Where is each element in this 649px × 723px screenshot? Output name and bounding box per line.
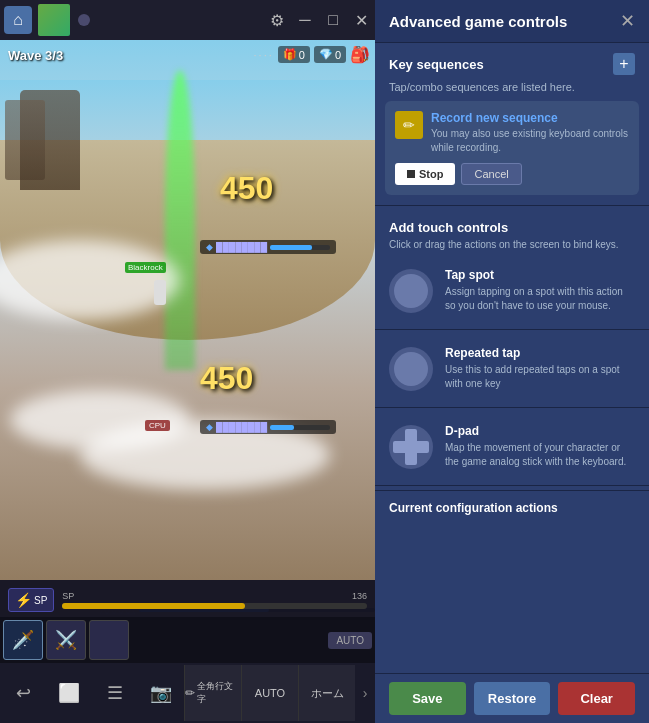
battle-number-1: 450 xyxy=(220,170,273,207)
summon-button[interactable]: ⚡ SP xyxy=(8,588,54,612)
window-controls: ⚙ ─ □ ✕ xyxy=(263,6,375,34)
repeated-tap-name: Repeated tap xyxy=(445,346,635,360)
chest-icon-2: 💎 0 xyxy=(314,46,346,63)
panel-content: Key sequences + Tap/combo sequences are … xyxy=(375,43,649,673)
tap-spot-name: Tap spot xyxy=(445,268,635,282)
maximize-button[interactable]: □ xyxy=(319,6,347,34)
nav-menu-button[interactable]: ☰ xyxy=(92,665,138,721)
tap-spot-item[interactable]: Tap spot Assign tapping on a spot with t… xyxy=(375,256,649,325)
wave-label: Wave 3/3 xyxy=(8,48,63,63)
key-sequences-subtitle: Tap/combo sequences are listed here. xyxy=(375,81,649,101)
restore-button[interactable]: Restore xyxy=(474,682,551,715)
touch-controls-desc: Click or drag the actions on the screen … xyxy=(389,238,635,252)
sp-bar-area: ⚡ SP SP 136 xyxy=(0,580,375,620)
skill-slot-3[interactable] xyxy=(89,620,129,660)
skill-slot-1[interactable]: 🗡️ xyxy=(3,620,43,660)
divider-2 xyxy=(375,329,649,330)
dpad-vertical xyxy=(405,429,417,465)
record-desc: You may also use existing keyboard contr… xyxy=(431,127,629,155)
sp-bar-bg xyxy=(62,603,367,609)
tap-spot-icon xyxy=(389,269,433,313)
top-icons: ···· 🎁 0 💎 0 🎒 xyxy=(254,45,370,64)
tap-spot-texts: Tap spot Assign tapping on a spot with t… xyxy=(445,268,635,313)
divider-1 xyxy=(375,205,649,206)
repeated-tap-texts: Repeated tap Use this to add repeated ta… xyxy=(445,346,635,391)
title-bar: ⌂ ⚙ ─ □ ✕ xyxy=(0,0,375,40)
cpu-label: CPU xyxy=(145,420,170,431)
config-section: Current configuration actions xyxy=(375,490,649,521)
game-panel: ⌂ ⚙ ─ □ ✕ Wave 3/3 ···· 🎁 0 💎 0 🎒 xyxy=(0,0,375,723)
key-sequences-title: Key sequences xyxy=(389,57,484,72)
record-texts: Record new sequence You may also use exi… xyxy=(431,111,629,155)
skill-bar: 🗡️ ⚔️ AUTO xyxy=(0,617,375,663)
nav-text-button[interactable]: ✏ 全角行文字 xyxy=(184,665,241,721)
skill-slot-2[interactable]: ⚔️ xyxy=(46,620,86,660)
action-bar: Save Restore Clear xyxy=(375,673,649,723)
close-panel-button[interactable]: ✕ xyxy=(620,12,635,30)
config-title: Current configuration actions xyxy=(389,501,635,515)
bottom-nav: ↩ ⬜ ☰ 📷 ✏ 全角行文字 AUTO ホーム › xyxy=(0,663,375,723)
nav-back-button[interactable]: ↩ xyxy=(0,665,46,721)
status-indicator xyxy=(78,14,90,26)
chest-icon-1: 🎁 0 xyxy=(278,46,310,63)
auto-button[interactable]: AUTO xyxy=(328,632,372,649)
nav-home-button[interactable]: ⬜ xyxy=(46,665,92,721)
touch-controls-title: Add touch controls xyxy=(389,220,635,235)
clear-button[interactable]: Clear xyxy=(558,682,635,715)
dpad-icon xyxy=(393,429,429,465)
game-screen[interactable]: Wave 3/3 ···· 🎁 0 💎 0 🎒 450 450 ◆ ██████ xyxy=(0,40,375,620)
record-title: Record new sequence xyxy=(431,111,629,125)
repeated-tap-circle-inner xyxy=(394,352,428,386)
stop-icon xyxy=(407,170,415,178)
settings-icon[interactable]: ⚙ xyxy=(263,6,291,34)
panel-title: Advanced game controls xyxy=(389,13,567,30)
tap-spot-circle-inner xyxy=(394,274,428,308)
record-buttons: Stop Cancel xyxy=(395,163,629,185)
dpad-desc: Map the movement of your character or th… xyxy=(445,441,635,469)
avatar xyxy=(38,4,70,36)
record-icon: ✏ xyxy=(395,111,423,139)
dpad-name: D-pad xyxy=(445,424,635,438)
right-panel: Advanced game controls ✕ Key sequences +… xyxy=(375,0,649,723)
stop-button[interactable]: Stop xyxy=(395,163,455,185)
sp-bar-container: SP 136 xyxy=(62,591,367,609)
panel-header: Advanced game controls ✕ xyxy=(375,0,649,43)
divider-3 xyxy=(375,407,649,408)
character: Blackrock xyxy=(140,280,180,340)
repeated-tap-desc: Use this to add repeated taps on a spot … xyxy=(445,363,635,391)
sp-value-label: SP 136 xyxy=(62,591,367,601)
save-button[interactable]: Save xyxy=(389,682,466,715)
repeated-tap-item[interactable]: Repeated tap Use this to add repeated ta… xyxy=(375,334,649,403)
divider-4 xyxy=(375,485,649,486)
minimize-button[interactable]: ─ xyxy=(291,6,319,34)
record-card-header: ✏ Record new sequence You may also use e… xyxy=(395,111,629,155)
add-sequence-button[interactable]: + xyxy=(613,53,635,75)
repeated-tap-icon xyxy=(389,347,433,391)
key-sequences-header: Key sequences + xyxy=(375,43,649,81)
cancel-button[interactable]: Cancel xyxy=(461,163,521,185)
enemy-bar-1: ◆ ████████ xyxy=(200,240,336,254)
nav-arrow-right[interactable]: › xyxy=(355,665,375,721)
character-label: Blackrock xyxy=(125,262,166,273)
tap-spot-desc: Assign tapping on a spot with this actio… xyxy=(445,285,635,313)
touch-controls-header: Add touch controls Click or drag the act… xyxy=(375,210,649,256)
close-button[interactable]: ✕ xyxy=(347,6,375,34)
record-card: ✏ Record new sequence You may also use e… xyxy=(385,101,639,195)
nav-auto-button[interactable]: AUTO xyxy=(241,665,298,721)
dpad-texts: D-pad Map the movement of your character… xyxy=(445,424,635,469)
dpad-item[interactable]: D-pad Map the movement of your character… xyxy=(375,412,649,481)
home-button[interactable]: ⌂ xyxy=(0,2,36,38)
nav-camera-button[interactable]: 📷 xyxy=(138,665,184,721)
sp-bar-fill xyxy=(62,603,245,609)
dpad-icon-container xyxy=(389,425,433,469)
home-icon: ⌂ xyxy=(4,6,32,34)
battle-number-2: 450 xyxy=(200,360,253,397)
enemy-bar-2: ◆ ████████ xyxy=(200,420,336,434)
nav-home-text-button[interactable]: ホーム xyxy=(298,665,355,721)
